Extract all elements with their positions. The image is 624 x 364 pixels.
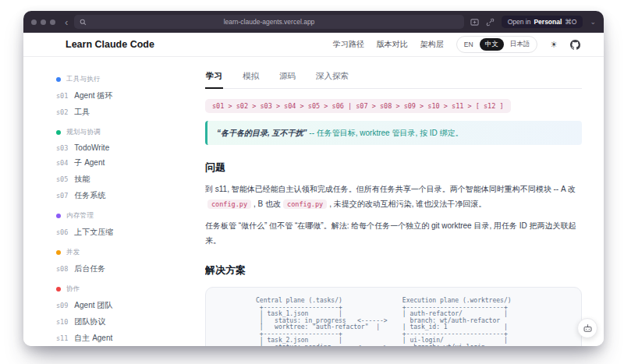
theme-toggle-sun-icon[interactable]: ☀: [550, 40, 558, 50]
nav-link-version-compare[interactable]: 版本对比: [377, 39, 408, 50]
section-title: 协作: [66, 284, 80, 294]
blue-dot-icon: [56, 77, 61, 82]
main-content: 学习 模拟 源码 深入探索 s01 > s02 > s03 > s04 > s0…: [205, 67, 604, 346]
lang-option-en[interactable]: EN: [459, 39, 479, 50]
tab-simulate[interactable]: 模拟: [242, 67, 260, 88]
item-label: 上下文压缩: [74, 227, 113, 238]
sidebar-item-s11[interactable]: s11 自主 Agent: [51, 330, 186, 346]
minimize-window-button[interactable]: [41, 19, 46, 25]
item-label: 后台任务: [74, 263, 105, 274]
sidebar-item-s07[interactable]: s07 任务系统: [51, 188, 186, 203]
nav-link-learning-path[interactable]: 学习路径: [333, 39, 364, 50]
copy-link-icon[interactable]: [486, 18, 495, 27]
red-dot-icon: [56, 287, 61, 292]
section-header: 协作: [56, 284, 205, 294]
robot-icon: [583, 323, 593, 334]
section-title: 规划与协调: [66, 128, 101, 137]
purple-dot-icon: [56, 214, 61, 218]
problem-paragraph-1: 到 s11, 智能体已经能自主认领和完成任务。但所有任务共享一个目录。两个智能体…: [205, 182, 582, 211]
item-id: s11: [56, 334, 68, 342]
item-label: 技能: [74, 174, 90, 185]
item-id: s04: [56, 159, 68, 167]
inline-code: config.py: [283, 200, 327, 209]
tab-bar: 学习 模拟 源码 深入探索: [205, 67, 582, 89]
section-header: 内存管理: [56, 211, 205, 221]
address-bar[interactable]: learn-claude-agents.vercel.app: [74, 15, 463, 29]
tab-source[interactable]: 源码: [278, 67, 296, 88]
item-id: s03: [56, 144, 68, 152]
item-id: s01: [56, 92, 68, 100]
site-header: Learn Claude Code 学习路径 版本对比 架构层 EN 中文 日本…: [23, 33, 604, 57]
sidebar-item-s02[interactable]: s02 工具: [51, 104, 186, 120]
quote-explanation: -- 任务管目标, worktree 管目录, 按 ID 绑定。: [307, 129, 463, 137]
browser-chrome: ‹ learn-claude-agents.vercel.app: [23, 11, 604, 33]
section-header: 并发: [56, 248, 205, 257]
item-label: 任务系统: [74, 190, 105, 201]
sidebar-item-s08[interactable]: s08 后台任务: [51, 261, 186, 277]
profile-name: Personal: [534, 18, 562, 26]
paragraph-text: , B 也改: [254, 200, 281, 208]
sidebar-section-memory: 内存管理 s06 上下文压缩: [56, 211, 205, 240]
green-dot-icon: [56, 130, 61, 135]
sidebar-item-s01[interactable]: s01 Agent 循环: [51, 88, 186, 104]
item-id: s06: [56, 228, 68, 236]
item-label: TodoWrite: [74, 143, 109, 152]
sidebar: 工具与执行 s01 Agent 循环 s02 工具 规划与协调: [23, 67, 205, 346]
quote-callout: “各干各的目录, 互不干扰” -- 任务管目标, worktree 管目录, 按…: [205, 121, 582, 145]
tab-learn[interactable]: 学习: [205, 67, 223, 89]
ascii-architecture-diagram: Central plane (.tasks/) Execution plane …: [256, 298, 581, 346]
open-in-profile-button[interactable]: Open in Personal ⌘O: [502, 16, 583, 28]
item-label: Agent 团队: [74, 300, 112, 311]
section-title: 并发: [66, 248, 80, 257]
sidebar-item-s06[interactable]: s06 上下文压缩: [51, 224, 186, 240]
lang-option-zh[interactable]: 中文: [480, 38, 504, 51]
browser-window: ‹ learn-claude-agents.vercel.app: [23, 11, 604, 346]
sidebar-item-s03[interactable]: s03 TodoWrite: [51, 141, 186, 154]
lang-option-ja[interactable]: 日本語: [505, 38, 536, 51]
item-label: Agent 循环: [74, 90, 112, 101]
chrome-actions: Open in Personal ⌘O ⌄: [470, 16, 596, 28]
sidebar-section-tools-execution: 工具与执行 s01 Agent 循环 s02 工具: [56, 75, 205, 120]
sidebar-section-planning: 规划与协调 s03 TodoWrite s04 子 Agent s05 技能: [56, 128, 205, 203]
sidebar-item-s09[interactable]: s09 Agent 团队: [51, 298, 186, 313]
language-toggle: EN 中文 日本語: [456, 36, 537, 53]
shortcut-hint: ⌘O: [565, 18, 576, 26]
github-icon[interactable]: [570, 40, 580, 50]
traffic-lights: [31, 19, 55, 25]
sidebar-item-s04[interactable]: s04 子 Agent: [51, 155, 186, 171]
item-label: 工具: [74, 107, 90, 118]
problem-heading: 问题: [205, 161, 582, 175]
nav-link-architecture[interactable]: 架构层: [420, 39, 444, 50]
inline-code: config.py: [207, 200, 251, 209]
item-id: s02: [56, 108, 68, 116]
split-view-icon[interactable]: [470, 18, 479, 27]
sidebar-item-s05[interactable]: s05 技能: [51, 171, 186, 187]
item-label: 团队协议: [74, 316, 105, 327]
paragraph-text: , 未提交的改动互相污染, 谁也没法干净回滚。: [329, 200, 486, 208]
section-title: 内存管理: [66, 211, 94, 221]
back-button[interactable]: ‹: [65, 17, 68, 27]
quote-text: “各干各的目录, 互不干扰”: [217, 129, 307, 137]
url-text: learn-claude-agents.vercel.app: [74, 18, 463, 26]
site-title: Learn Claude Code: [66, 39, 154, 50]
sidebar-item-s10[interactable]: s10 团队协议: [51, 314, 186, 330]
site-nav: 学习路径 版本对比 架构层 EN 中文 日本語 ☀: [333, 36, 580, 53]
item-id: s10: [56, 318, 68, 326]
sidebar-section-concurrency: 并发 s08 后台任务: [56, 248, 205, 277]
page: Learn Claude Code 学习路径 版本对比 架构层 EN 中文 日本…: [23, 33, 604, 346]
item-id: s07: [56, 192, 68, 200]
chapter-progress-pill: s01 > s02 > s03 > s04 > s05 > s06 | s07 …: [205, 99, 511, 113]
paragraph-text: 到 s11, 智能体已经能自主认领和完成任务。但所有任务共享一个目录。两个智能体…: [205, 185, 576, 193]
orange-dot-icon: [56, 250, 61, 255]
zoom-window-button[interactable]: [50, 19, 55, 25]
assistant-fab-button[interactable]: [577, 318, 597, 338]
solution-heading: 解决方案: [205, 263, 582, 277]
tab-deep-dive[interactable]: 深入探索: [315, 67, 349, 88]
chevron-down-icon[interactable]: ⌄: [590, 19, 596, 26]
problem-paragraph-2: 任务板管 “做什么” 但不管 “在哪做”。解法: 给每个任务一个独立的 git …: [205, 218, 582, 248]
item-id: s09: [56, 302, 68, 309]
section-header: 规划与协调: [56, 128, 205, 137]
section-title: 工具与执行: [66, 75, 101, 84]
sidebar-section-collaboration: 协作 s09 Agent 团队 s10 团队协议 s11 自主 Agent: [56, 284, 205, 346]
close-window-button[interactable]: [31, 19, 37, 25]
